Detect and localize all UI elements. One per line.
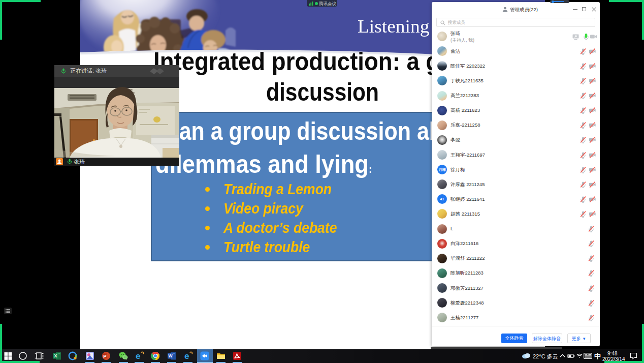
svg-text:W: W [168,353,173,358]
svg-text:e: e [136,351,140,361]
svg-text:e: e [184,351,189,361]
svg-text:P: P [103,353,107,359]
svg-text:X: X [54,353,57,358]
